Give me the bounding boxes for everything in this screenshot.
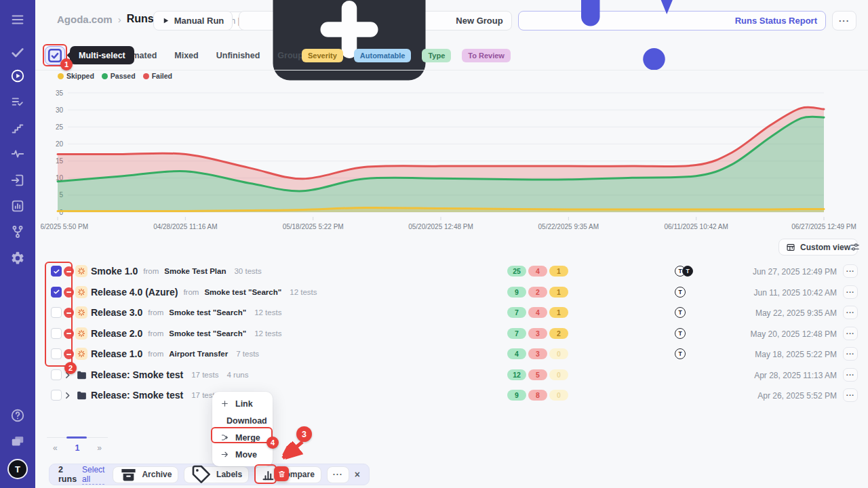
run-name[interactable]: Release 2.0	[91, 328, 142, 339]
result-badges: 4 3 0	[507, 348, 568, 359]
run-row[interactable]: Release 2.0fromSmoke test "Search"12 tes…	[0, 323, 868, 344]
import-icon[interactable]	[9, 172, 26, 188]
projects-folders-icon[interactable]	[9, 433, 26, 449]
skipped-badge: 0	[549, 348, 568, 359]
menu-item-merge[interactable]: Merge	[212, 429, 273, 446]
legend-dot	[143, 73, 149, 79]
failed-status-icon	[64, 349, 74, 359]
run-row[interactable]: Smoke 1.0fromSmoke Test Plan30 tests 25 …	[0, 261, 868, 282]
tab-mixed[interactable]: Mixed	[174, 51, 198, 60]
run-row[interactable]: Release 4.0 (Azure)fromSmoke test "Searc…	[0, 282, 868, 303]
run-name[interactable]: Release 4.0 (Azure)	[91, 287, 178, 298]
run-plan-name[interactable]: Airport Transfer	[169, 350, 228, 358]
check-icon[interactable]	[9, 44, 26, 60]
bulk-more-button[interactable]: ···	[327, 466, 349, 483]
avatar: T	[682, 266, 693, 277]
workspace-logo[interactable]: T	[9, 460, 26, 478]
runs-status-report-button[interactable]: Runs Status Report	[518, 11, 826, 30]
tab-unfinished[interactable]: Unfinished	[216, 51, 260, 60]
run-plan-name[interactable]: Smoke test "Search"	[204, 288, 281, 296]
run-from-label: from	[148, 308, 163, 317]
run-group-row[interactable]: Release: Smoke test17 tests7 runs 9 8 0 …	[0, 385, 868, 406]
compare-button[interactable]: Compare	[254, 466, 321, 483]
top-actions: Manual Run New Group Runs Status Report …	[153, 11, 856, 30]
row-more-button[interactable]: ···	[843, 264, 858, 278]
expand-chevron-icon[interactable]	[63, 391, 72, 400]
select-all-link[interactable]: Select all	[82, 465, 104, 485]
menu-item-move[interactable]: Move	[212, 446, 273, 463]
pagination-next[interactable]: »	[97, 443, 102, 453]
row-checkbox[interactable]	[51, 369, 62, 380]
settings-gear-icon[interactable]	[9, 250, 26, 266]
close-action-bar-button[interactable]: ×	[355, 469, 360, 480]
run-plan-name[interactable]: Smoke Test Plan	[164, 267, 226, 275]
row-more-button[interactable]: ···	[843, 347, 858, 361]
run-name[interactable]: Release 1.0	[91, 348, 142, 359]
skipped-badge: 0	[549, 369, 568, 380]
archive-label: Archive	[142, 470, 172, 479]
run-group-row[interactable]: Release: Smoke test17 tests4 runs 12 5 0…	[0, 365, 868, 386]
legend-label: Skipped	[66, 72, 94, 80]
menu-item-link[interactable]: Link	[212, 395, 273, 412]
row-checkbox[interactable]	[51, 328, 62, 339]
run-row[interactable]: Release 1.0fromAirport Transfer7 tests 4…	[0, 344, 868, 365]
play-circle-icon[interactable]	[9, 68, 26, 84]
filter-tag-severity[interactable]: Severity	[302, 49, 343, 62]
failed-badge: 4	[528, 307, 547, 318]
run-plan-name[interactable]: Smoke test "Search"	[169, 308, 246, 317]
run-name[interactable]: Release 3.0	[91, 307, 142, 318]
activity-icon[interactable]	[9, 146, 26, 162]
branch-icon[interactable]	[9, 224, 26, 240]
menu-icon[interactable]	[9, 12, 26, 28]
failed-badge: 3	[528, 348, 547, 359]
row-more-button[interactable]: ···	[843, 388, 858, 402]
run-name[interactable]: Release: Smoke test	[91, 390, 183, 401]
new-group-button[interactable]: New Group	[239, 11, 511, 30]
failed-badge: 3	[528, 328, 547, 339]
menu-item-label: Download	[226, 416, 267, 426]
row-checkbox[interactable]	[51, 266, 62, 277]
labels-button[interactable]: Labels	[184, 466, 249, 483]
breadcrumb-project[interactable]: Agoda.com	[57, 14, 113, 25]
failed-status-icon	[64, 329, 74, 339]
legend-item-failed: Failed	[143, 72, 172, 80]
result-badges: 7 3 2	[507, 328, 568, 339]
row-checkbox[interactable]	[51, 287, 62, 298]
run-name[interactable]: Smoke 1.0	[91, 266, 138, 277]
expand-chevron-icon[interactable]	[63, 371, 72, 380]
manual-run-button[interactable]: Manual Run	[153, 11, 233, 30]
filter-tag-automatable[interactable]: Automatable	[354, 49, 412, 62]
row-more-button[interactable]: ···	[843, 368, 858, 382]
row-checkbox[interactable]	[51, 390, 62, 401]
list-settings-icon[interactable]	[849, 241, 861, 253]
run-name[interactable]: Release: Smoke test	[91, 369, 183, 380]
row-checkbox[interactable]	[51, 307, 62, 318]
help-icon[interactable]	[9, 407, 26, 424]
filter-tag-type[interactable]: Type	[422, 49, 451, 62]
header-more-button[interactable]: ···	[832, 11, 856, 30]
run-date: Jun 27, 2025 12:49 PM	[753, 267, 837, 277]
list-check-icon[interactable]	[9, 94, 26, 110]
run-row[interactable]: Release 3.0fromSmoke test "Search"12 tes…	[0, 302, 868, 323]
archive-button[interactable]: Archive	[113, 466, 178, 483]
run-plan-name[interactable]: Smoke test "Search"	[169, 329, 246, 338]
filter-tag-to-review[interactable]: To Review	[462, 49, 511, 62]
custom-view-button[interactable]: Custom view	[778, 239, 858, 256]
row-checkbox[interactable]	[51, 348, 62, 359]
pagination-page-1[interactable]: 1	[75, 443, 80, 453]
report-chart-icon[interactable]	[9, 198, 26, 214]
row-more-button[interactable]: ···	[843, 306, 858, 319]
steps-icon[interactable]	[9, 120, 26, 136]
skipped-badge: 0	[549, 390, 568, 401]
avatar: T	[675, 328, 686, 339]
x-tick-label: 06/11/2025 10:42 AM	[664, 223, 728, 230]
pagination-prev[interactable]: «	[53, 443, 58, 453]
page-title: Runs	[127, 13, 154, 25]
menu-item-download[interactable]: Download	[212, 412, 273, 429]
result-badges: 9 2 1	[507, 287, 568, 298]
legend-dot	[102, 73, 108, 79]
row-more-button[interactable]: ···	[843, 285, 858, 299]
row-more-button[interactable]: ···	[843, 327, 858, 340]
avatar: T	[675, 287, 686, 298]
assignee-avatars: T	[675, 348, 686, 359]
